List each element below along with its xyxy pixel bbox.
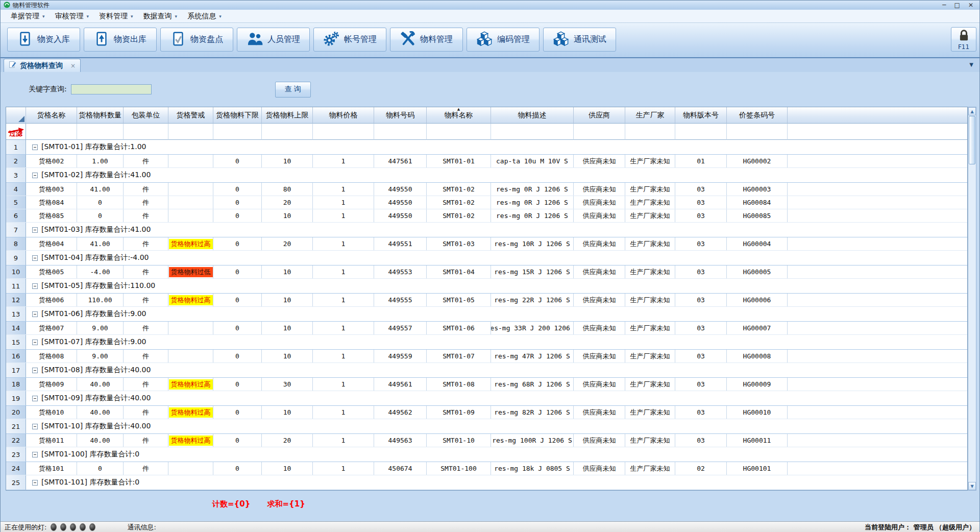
grid-data-row[interactable]: 22货格01140.00件货格物料过高0201449563SMT01-10res… <box>6 434 968 447</box>
coding-button[interactable]: 编码管理 <box>467 28 540 52</box>
column-header-upper-limit[interactable]: 货格物料上限 <box>262 107 313 124</box>
grid-data-row[interactable]: 18货格00940.00件货格物料过高0301449561SMT01-08res… <box>6 378 968 391</box>
filter-cell-cargo-qty[interactable] <box>77 124 124 140</box>
grid-group-row[interactable]: 23[SMT01-100] 库存数量合计:0 <box>6 447 968 462</box>
column-header-cargo-name[interactable]: 货格名称 <box>26 107 77 124</box>
material-button[interactable]: 物料管理 <box>390 28 463 52</box>
filter-cell-pack-unit[interactable] <box>124 124 168 140</box>
column-header-material-code[interactable]: 物料号码 <box>374 107 427 124</box>
cell-material-code: 450674 <box>374 462 427 475</box>
grid-group-row[interactable]: 3[SMT01-02] 库存数量合计:41.00 <box>6 168 968 183</box>
column-header-cargo-qty[interactable]: 货格物料数量 <box>77 107 124 124</box>
scrollbar-thumb[interactable] <box>969 116 975 164</box>
grid-data-row[interactable]: 4货格00341.00件0801449550SMT01-02res-mg 0R … <box>6 183 968 196</box>
cell-price: 1 <box>313 462 374 475</box>
column-header-supplier[interactable]: 供应商 <box>574 107 625 124</box>
filter-cell-manufacturer[interactable] <box>625 124 675 140</box>
filter-cell-price[interactable] <box>313 124 374 140</box>
column-header-price[interactable]: 物料价格 <box>313 107 374 124</box>
collapse-icon[interactable] <box>32 144 38 150</box>
filter-cell-material-name[interactable] <box>427 124 491 140</box>
filter-cell-cargo-alert[interactable] <box>168 124 213 140</box>
collapse-icon[interactable] <box>32 424 38 429</box>
collapse-icon[interactable] <box>32 227 38 233</box>
grid-group-row[interactable]: 7[SMT01-03] 库存数量合计:41.00 <box>6 223 968 237</box>
column-header-material-desc[interactable]: 物料描述 <box>491 107 574 124</box>
collapse-icon[interactable] <box>32 283 38 289</box>
grid-group-row[interactable]: 25[SMT01-101] 库存数量合计:0 <box>6 475 968 490</box>
close-button[interactable]: ✕ <box>968 1 973 9</box>
grid-data-row[interactable]: 20货格01040.00件货格物料过高0101449562SMT01-09res… <box>6 406 968 419</box>
grid-data-row[interactable]: 2货格0021.00件0101447561SMT01-01cap-ta 10u … <box>6 155 968 168</box>
column-header-barcode[interactable]: 价签条码号 <box>727 107 788 124</box>
maximize-button[interactable]: □ <box>954 1 960 9</box>
collapse-icon[interactable] <box>32 255 38 261</box>
collapse-icon[interactable] <box>32 452 38 457</box>
column-header-material-name[interactable]: ▲物料名称 <box>427 107 491 124</box>
grid-data-row[interactable]: 12货格006110.00件货格物料过高0101449555SMT01-05re… <box>6 294 968 307</box>
tab-cargo-material-query[interactable]: 货格物料查询 × <box>4 59 81 72</box>
grid-group-row[interactable]: 9[SMT01-04] 库存数量合计:-4.00 <box>6 251 968 265</box>
tab-close-icon[interactable]: × <box>70 62 76 69</box>
query-button[interactable]: 查 询 <box>275 82 311 98</box>
filter-cell-lower-limit[interactable] <box>213 124 262 140</box>
menu-data-query[interactable]: 数据查询▾ <box>138 10 183 22</box>
filter-cell-supplier[interactable] <box>574 124 625 140</box>
grid-data-row[interactable]: 8货格00441.00件货格物料过高0201449551SMT01-03res-… <box>6 237 968 251</box>
cell-cargo-name: 货格009 <box>26 378 77 391</box>
keyword-input[interactable] <box>71 84 152 94</box>
collapse-icon[interactable] <box>32 173 38 178</box>
grid-data-row[interactable]: 10货格005-4.00件货格物料过低0101449553SMT01-04res… <box>6 265 968 279</box>
grid-group-row[interactable]: 1[SMT01-01] 库存数量合计:1.00 <box>6 140 968 155</box>
grid-data-row[interactable]: 14货格0079.00件0101449557SMT01-06res-mg 33R… <box>6 322 968 335</box>
column-header-version[interactable]: 物料版本号 <box>675 107 727 124</box>
cell-version: 03 <box>675 350 727 362</box>
grid-group-row[interactable]: 11[SMT01-05] 库存数量合计:110.00 <box>6 279 968 294</box>
stock-out-button[interactable]: 物资出库 <box>84 28 157 52</box>
stock-check-button[interactable]: 物资盘点 <box>160 28 233 52</box>
collapse-icon[interactable] <box>32 340 38 345</box>
cell-version: 02 <box>675 462 727 475</box>
filter-cell-upper-limit[interactable] <box>262 124 313 140</box>
filter-cell-barcode[interactable] <box>727 124 788 140</box>
lock-f11-button[interactable]: F11 <box>951 27 976 52</box>
collapse-icon[interactable] <box>32 311 38 317</box>
column-header-pack-unit[interactable]: 包装单位 <box>124 107 168 124</box>
grid-group-row[interactable]: 15[SMT01-07] 库存数量合计:9.00 <box>6 335 968 350</box>
grid-data-row[interactable]: 5货格0840件0201449550SMT01-02res-mg 0R J 12… <box>6 196 968 209</box>
column-header-cargo-alert[interactable]: 货格警戒 <box>168 107 213 124</box>
filter-row-header[interactable]: 过滤 <box>6 124 26 140</box>
stock-in-button[interactable]: 物资入库 <box>7 28 80 52</box>
filter-cell-cargo-name[interactable] <box>26 124 77 140</box>
account-button[interactable]: 帐号管理 <box>313 28 386 52</box>
menu-order-mgmt[interactable]: 单据管理▾ <box>6 10 50 22</box>
grid-group-row[interactable]: 19[SMT01-09] 库存数量合计:40.00 <box>6 391 968 406</box>
filter-cell-material-desc[interactable] <box>491 124 574 140</box>
grid-zone: 货格名称货格物料数量包装单位货格警戒货格物料下限货格物料上限物料价格物料号码▲物… <box>1 107 979 491</box>
menu-audit-mgmt[interactable]: 审核管理▾ <box>50 10 94 22</box>
grid-group-row[interactable]: 21[SMT01-10] 库存数量合计:40.00 <box>6 419 968 434</box>
minimize-button[interactable]: ─ <box>942 1 946 9</box>
grid-data-row[interactable]: 24货格1010件0101450674SMT01-100res-mg 18k J… <box>6 462 968 475</box>
grid-data-row[interactable]: 16货格0089.00件0101449559SMT01-07res-mg 47R… <box>6 350 968 363</box>
menu-system-info[interactable]: 系统信息▾ <box>182 10 227 22</box>
personnel-button[interactable]: 人员管理 <box>237 28 310 52</box>
grid-corner-cell[interactable] <box>6 107 26 124</box>
scroll-up-icon[interactable]: ▲ <box>968 107 976 115</box>
filter-cell-material-code[interactable] <box>374 124 427 140</box>
scroll-down-icon[interactable]: ▼ <box>968 482 976 490</box>
filter-cell-version[interactable] <box>675 124 727 140</box>
corner-triangle-icon <box>18 116 24 122</box>
collapse-icon[interactable] <box>32 396 38 401</box>
menu-data-mgmt[interactable]: 资料管理▾ <box>94 10 138 22</box>
grid-group-row[interactable]: 17[SMT01-08] 库存数量合计:40.00 <box>6 363 968 378</box>
column-header-manufacturer[interactable]: 生产厂家 <box>625 107 675 124</box>
vertical-scrollbar[interactable]: ▲ ▼ <box>968 107 976 491</box>
grid-group-row[interactable]: 13[SMT01-06] 库存数量合计:9.00 <box>6 307 968 322</box>
comm-test-button[interactable]: 通讯测试 <box>543 28 616 52</box>
collapse-icon[interactable] <box>32 480 38 486</box>
collapse-icon[interactable] <box>32 368 38 373</box>
grid-data-row[interactable]: 6货格0850件0101449550SMT01-02res-mg 0R J 12… <box>6 209 968 223</box>
tab-list-dropdown-icon[interactable]: ▼ <box>969 62 973 67</box>
column-header-lower-limit[interactable]: 货格物料下限 <box>213 107 262 124</box>
